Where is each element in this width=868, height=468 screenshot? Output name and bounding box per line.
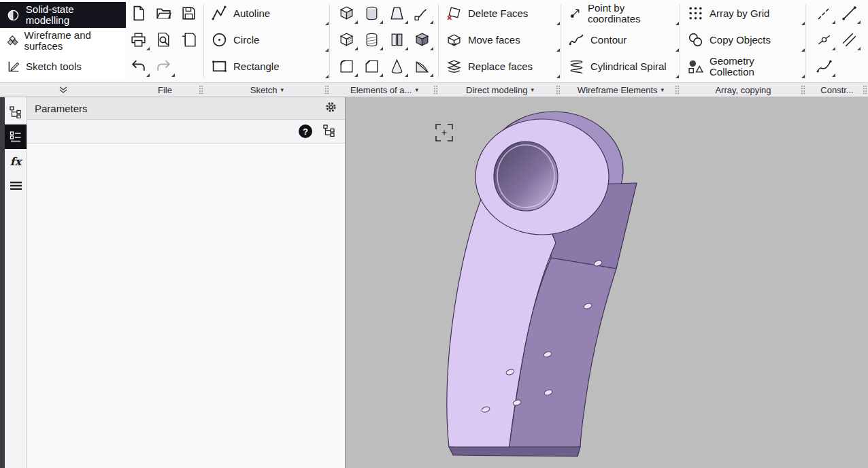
copy-objects-icon [687, 31, 704, 48]
group-label-elements[interactable]: Elements of a...▾ [330, 83, 439, 97]
dropdown-arrow-icon[interactable]: ▾ [531, 86, 534, 93]
construction-axis-button[interactable] [812, 1, 837, 25]
open-document-button[interactable] [151, 1, 176, 25]
circle-button[interactable]: Circle [204, 27, 330, 53]
tree-structure-icon [323, 124, 335, 137]
fx-variables-icon: fx [10, 155, 21, 168]
tab-label: Sketch tools [26, 61, 82, 72]
cut-revolve-button[interactable] [359, 28, 384, 52]
sketch-tools-icon [6, 60, 20, 74]
sweep-icon [414, 5, 431, 22]
print-button[interactable] [126, 28, 151, 52]
new-document-button[interactable] [126, 1, 151, 25]
rib-icon [414, 58, 431, 75]
group-drag-handle[interactable] [863, 85, 867, 95]
window-left-edge [0, 97, 5, 468]
group-label-wireframe[interactable]: Wireframe Elements▾ [561, 83, 680, 97]
rib-button[interactable] [410, 54, 435, 78]
offset-line-icon [841, 31, 858, 48]
help-button[interactable]: ? [299, 124, 312, 138]
cylindrical-spiral-button[interactable]: Cylindrical Spiral [561, 53, 680, 80]
spline-button[interactable] [812, 54, 837, 78]
replace-faces-button[interactable]: Replace faces [439, 53, 561, 80]
model-bore-hole[interactable] [494, 141, 558, 211]
chamfer-button[interactable] [359, 54, 384, 78]
dropdown-arrow-icon[interactable]: ▾ [281, 86, 284, 93]
point-by-coordinates-icon [568, 6, 582, 20]
group-drag-handle[interactable] [675, 85, 680, 95]
group-label-direct-modeling[interactable]: Direct modeling▾ [439, 83, 561, 97]
move-faces-icon [446, 31, 463, 48]
copy-objects-button[interactable]: Copy Objects [680, 27, 806, 53]
panel-settings-button[interactable] [324, 101, 337, 116]
replace-faces-icon [446, 58, 463, 75]
array-by-grid-button[interactable]: Array by Grid [680, 0, 806, 27]
segment-button[interactable] [837, 1, 862, 25]
group-label-file[interactable]: File [126, 83, 204, 97]
redo-button[interactable] [151, 54, 176, 78]
autoline-button[interactable]: Autoline [204, 0, 330, 27]
3d-viewport[interactable] [346, 97, 868, 468]
side-panel-switcher: fx [5, 97, 27, 468]
contour-button[interactable]: Contour [561, 27, 680, 53]
tab-solid-state-modelling[interactable]: Solid-state modelling [0, 2, 126, 28]
array-by-grid-icon [687, 5, 704, 22]
tab-label: Wireframe and surfaces [24, 30, 120, 52]
variables-panel-button[interactable]: fx [5, 149, 27, 173]
loft-button[interactable] [384, 1, 410, 25]
fillet-button[interactable] [334, 54, 359, 78]
solid-modelling-icon [6, 8, 20, 22]
rectangle-button[interactable]: Rectangle [204, 53, 330, 80]
extrude-icon [338, 5, 355, 22]
geometry-collection-button[interactable]: Geometry Collection [680, 53, 806, 80]
collapse-toolbar-control[interactable] [0, 83, 126, 97]
group-drag-handle[interactable] [199, 85, 203, 95]
offset-line-button[interactable] [837, 28, 862, 52]
point-by-coordinates-button[interactable]: Point by coordinates [561, 0, 680, 27]
group-drag-handle[interactable] [801, 85, 805, 95]
group-label-construction[interactable]: Constr... [806, 83, 868, 97]
construction-axis-icon [816, 5, 833, 22]
parameters-panel-button[interactable] [5, 124, 27, 149]
toolbar-group-direct-modeling: Delete Faces Move faces Replace faces [439, 0, 561, 82]
parameters-panel-content [27, 144, 345, 468]
delete-faces-icon [446, 5, 463, 22]
move-faces-button[interactable]: Move faces [439, 27, 561, 53]
revolve-button[interactable] [359, 1, 384, 25]
clipped-toolbar-button[interactable] [862, 28, 868, 52]
undo-button[interactable] [126, 54, 151, 78]
clipped-toolbar-button[interactable] [862, 1, 868, 25]
group-drag-handle[interactable] [324, 85, 329, 95]
dropdown-arrow-icon[interactable]: ▾ [661, 86, 665, 93]
delete-faces-button[interactable]: Delete Faces [439, 0, 561, 27]
group-drag-handle[interactable] [556, 85, 561, 95]
sweep-button[interactable] [410, 1, 435, 25]
print-preview-button[interactable] [151, 28, 176, 52]
rectangle-icon [211, 58, 228, 75]
construction-plane-button[interactable] [812, 28, 837, 52]
save-button[interactable] [176, 1, 201, 25]
panel-menu-button[interactable] [5, 173, 27, 198]
extrude-button[interactable] [334, 1, 359, 25]
draft-button[interactable] [384, 54, 410, 78]
group-drag-handle[interactable] [433, 85, 438, 95]
group-label-sketch[interactable]: Sketch▾ [204, 83, 330, 97]
draft-icon [388, 58, 405, 75]
model-foot-edge[interactable] [449, 447, 580, 456]
model-tree-panel-button[interactable] [5, 100, 27, 124]
undo-icon [130, 58, 147, 75]
tab-sketch-tools[interactable]: Sketch tools [0, 54, 126, 80]
cut-loft-button[interactable] [384, 28, 410, 52]
show-tree-button[interactable] [323, 124, 335, 139]
dropdown-arrow-icon[interactable]: ▾ [415, 86, 418, 93]
tab-wireframe-and-surfaces[interactable]: Wireframe and surfaces [0, 28, 126, 54]
toolbar-group-file [126, 0, 204, 82]
toolbar-group-labels: File Sketch▾ Elements of a...▾ Direct mo… [0, 82, 868, 97]
cut-sweep-button[interactable] [410, 28, 435, 52]
model-tree-icon [10, 106, 22, 118]
3d-model-bracket[interactable] [346, 97, 868, 468]
group-label-array[interactable]: Array, copying [680, 83, 806, 97]
print-preview-icon [155, 31, 172, 48]
save-all-button[interactable] [176, 28, 201, 52]
cut-extrude-button[interactable] [334, 28, 359, 52]
